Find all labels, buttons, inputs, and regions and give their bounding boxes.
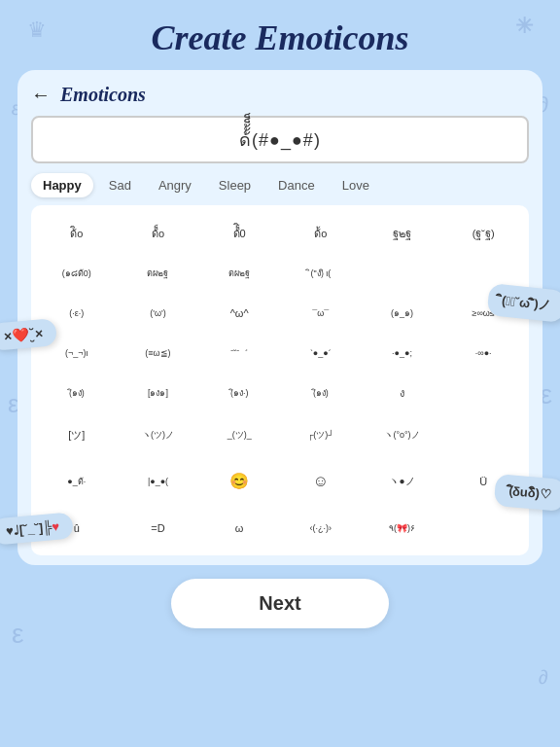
emoticon-cell[interactable]: ヽ●ノ: [363, 456, 442, 506]
emoticon-cell[interactable]: =D: [119, 508, 198, 548]
tab-sad[interactable]: Sad: [97, 173, 143, 197]
emoticon-cell[interactable]: ด้ิo: [37, 213, 117, 253]
back-button[interactable]: ←: [31, 84, 51, 106]
emoticon-cell[interactable]: (๑_๑): [363, 293, 442, 333]
emoticon-cell[interactable]: ٩(🎀)۶: [363, 508, 442, 548]
emoticon-cell[interactable]: ด้้o: [281, 213, 361, 253]
emoticon-cell[interactable]: ●_ด้·: [37, 456, 117, 506]
emoticon-cell[interactable]: [443, 373, 523, 412]
tab-angry[interactable]: Angry: [147, 173, 203, 197]
emoticon-cell[interactable]: ·∞●·: [443, 335, 523, 371]
emoticon-cell[interactable]: (ฐ˘ฐ): [443, 213, 523, 253]
emoticon-cell[interactable]: ด้็ิ0: [199, 213, 279, 253]
emoticon-cell[interactable]: ตผ๒ฐ: [119, 255, 198, 291]
emoticon-display-value: ด้้้็็(#●_●#): [239, 130, 321, 150]
emoticon-cell[interactable]: ヽ(ツ)ノ: [119, 414, 198, 454]
emoticon-grid: ด้ิo ด้็o ด้็ิ0 ด้้o ฐ๒ฐ (ฐ˘ฐ) (๑๘ด้0) ต…: [31, 205, 529, 555]
emoticon-cell[interactable]: ด้็o: [119, 213, 198, 253]
emoticon-cell[interactable]: [ツ]: [37, 414, 117, 454]
emoticon-cell[interactable]: |●_●(: [119, 456, 198, 506]
emoticon-cell[interactable]: ('ω'): [119, 293, 198, 333]
emoticon-cell[interactable]: [443, 508, 523, 548]
emoticon-cell[interactable]: ง: [363, 373, 442, 412]
tab-love[interactable]: Love: [331, 173, 381, 197]
emoticon-cell[interactable]: ω: [199, 508, 279, 548]
tabs-bar: Happy Sad Angry Sleep Dance Love: [31, 173, 529, 197]
tab-dance[interactable]: Dance: [266, 173, 327, 197]
emoticon-cell[interactable]: (ิ๑ง·): [199, 373, 279, 412]
emoticon-cell[interactable]: (ิ๑ง): [281, 373, 361, 412]
swirl-deco-6: ∂: [539, 666, 548, 689]
emoticon-cell[interactable]: [443, 414, 523, 454]
emoticon-cell[interactable]: ิ("ง)ิ ι(: [281, 255, 361, 291]
emoticon-cell[interactable]: `●_●´: [281, 335, 361, 371]
emoticon-cell[interactable]: 😊: [199, 456, 279, 506]
sticker-cute: (ิδuδิ)♡: [494, 474, 560, 512]
emoticon-cell[interactable]: (ิ๑ง): [37, 373, 117, 412]
emoticon-cell[interactable]: ตผ๒ฐ: [199, 255, 279, 291]
next-button-container: Next: [0, 579, 560, 628]
emoticon-cell[interactable]: ·●_●;: [363, 335, 442, 371]
emoticon-cell[interactable]: ヽ(°o°)ノ: [363, 414, 442, 454]
emoticon-display: ด้้้็็(#●_●#): [31, 116, 529, 163]
emoticon-cell[interactable]: ^ω^: [199, 293, 279, 333]
emoticon-cell[interactable]: ☺: [281, 456, 361, 506]
main-card: ← Emoticons ด้้้็็(#●_●#) Happy Sad Angr…: [18, 70, 542, 565]
nav-bar: ← Emoticons: [31, 84, 529, 106]
emoticon-cell[interactable]: ┌(ツ)┘: [281, 414, 361, 454]
next-button[interactable]: Next: [171, 579, 388, 628]
emoticon-cell[interactable]: ฐ๒ฐ: [363, 213, 442, 253]
page-title: Create Emoticons: [0, 0, 560, 70]
emoticon-cell[interactable]: ¯ω¯: [281, 293, 361, 333]
emoticon-cell[interactable]: ˉ˘ˉ゛: [199, 335, 279, 371]
emoticon-cell[interactable]: (๑๘ด้0): [37, 255, 117, 291]
emoticon-cell[interactable]: [๑ง๑]: [119, 373, 198, 412]
emoticon-cell[interactable]: (≡ω≦): [119, 335, 198, 371]
emoticon-cell[interactable]: ‹(·¿·)›: [281, 508, 361, 548]
emoticon-cell[interactable]: _(ツ)_: [199, 414, 279, 454]
swirl-deco-5: ε: [12, 619, 23, 650]
tab-happy[interactable]: Happy: [31, 173, 93, 197]
section-title: Emoticons: [60, 84, 146, 106]
emoticon-cell[interactable]: [363, 255, 442, 291]
tab-sleep[interactable]: Sleep: [207, 173, 262, 197]
